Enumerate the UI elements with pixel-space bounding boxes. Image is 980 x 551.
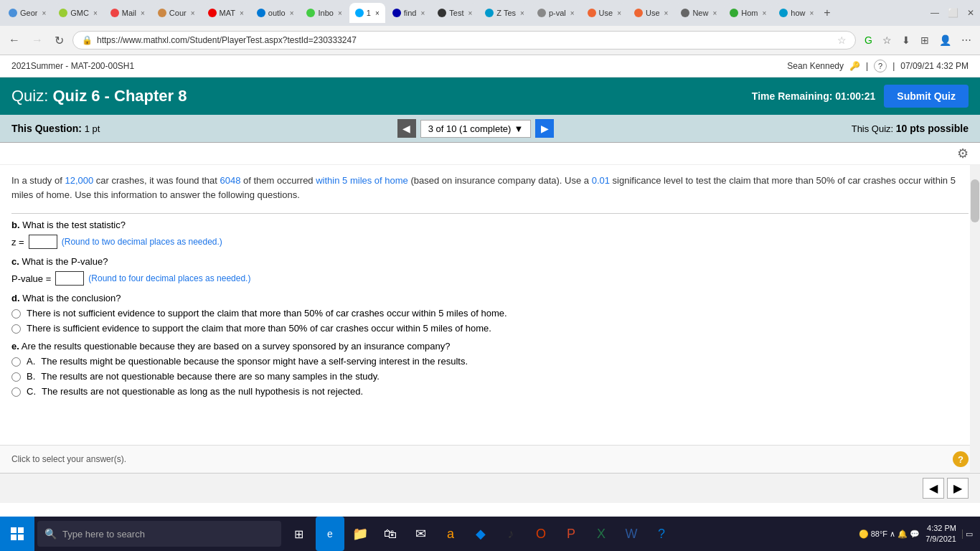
- close-button[interactable]: ✕: [964, 5, 977, 21]
- browser-chrome: Geor × GMC × Mail × Cour × MAT × outlo ×: [0, 0, 980, 55]
- user-name: Sean Kennedy: [787, 61, 844, 71]
- prev-question-button[interactable]: ◀: [397, 119, 416, 138]
- search-placeholder: Type here to search: [62, 529, 145, 540]
- taskbar-dropbox[interactable]: ◆: [466, 517, 495, 551]
- tab-test1[interactable]: Test ×: [432, 3, 478, 23]
- extensions-button[interactable]: G: [862, 32, 875, 49]
- taskbar-word[interactable]: W: [617, 517, 646, 551]
- reload-button[interactable]: ↻: [52, 31, 67, 50]
- option-d2[interactable]: There is sufficient evidence to support …: [11, 323, 969, 334]
- submit-quiz-button[interactable]: Submit Quiz: [884, 85, 969, 108]
- tab-mat[interactable]: MAT ×: [202, 3, 250, 23]
- next-question-button[interactable]: ▶: [535, 119, 554, 138]
- taskbar-amazon[interactable]: a: [436, 517, 465, 551]
- taskbar-search[interactable]: 🔍 Type here to search: [37, 521, 281, 547]
- favorites-button[interactable]: ☆: [880, 32, 895, 49]
- bottom-prev-button[interactable]: ◀: [923, 478, 944, 499]
- z-input[interactable]: [29, 235, 57, 249]
- tab-georg[interactable]: Geor ×: [3, 3, 52, 23]
- tab-gmc[interactable]: GMC ×: [53, 3, 103, 23]
- back-button[interactable]: ←: [6, 31, 23, 50]
- downloads-button[interactable]: ⬇: [899, 32, 913, 49]
- maximize-button[interactable]: ⬜: [945, 5, 961, 21]
- taskbar-powerpoint[interactable]: P: [557, 517, 585, 551]
- help-icon[interactable]: ?: [874, 60, 887, 72]
- minimize-button[interactable]: —: [928, 5, 942, 21]
- tray-icons[interactable]: 🟡 88°F ∧ 🔔 💬: [859, 529, 920, 539]
- radio-c[interactable]: [11, 387, 21, 397]
- this-quiz-pts: 10 pts possible: [896, 123, 969, 134]
- tab-use1[interactable]: Use ×: [582, 3, 627, 23]
- footer-text: Click to select your answer(s).: [11, 454, 126, 464]
- tab-inbo[interactable]: Inbo ×: [301, 3, 347, 23]
- option-c[interactable]: C. The results are not questionable as l…: [11, 386, 969, 397]
- pval-input[interactable]: [55, 271, 84, 286]
- taskbar-edge[interactable]: e: [316, 517, 344, 551]
- question-points-section: This Question: 1 pt: [11, 123, 100, 134]
- radio-d2[interactable]: [11, 324, 21, 334]
- tab-ztes[interactable]: Z Tes ×: [479, 3, 530, 23]
- quiz-right: Time Remaining: 01:00:21 Submit Quiz: [752, 85, 969, 108]
- option-d1-text: There is not sufficient evidence to supp…: [27, 308, 507, 319]
- part-c-label: c. What is the P-value?: [11, 256, 969, 267]
- part-e: e. Are the results questionable because …: [11, 341, 969, 397]
- radio-d1[interactable]: [11, 309, 21, 319]
- this-quiz-label: This Quiz:: [852, 123, 894, 134]
- profile-button[interactable]: 👤: [936, 32, 954, 49]
- tab-hom[interactable]: Hom ×: [724, 3, 772, 23]
- scrollbar-track[interactable]: [970, 165, 980, 472]
- help-circle-icon[interactable]: ?: [953, 451, 969, 467]
- taskbar-music[interactable]: ♪: [496, 517, 525, 551]
- option-c-text: The results are not questionable as long…: [42, 386, 363, 397]
- time-remaining: Time Remaining: 01:00:21: [752, 90, 875, 102]
- address-bar[interactable]: 🔒 https://www.mathxl.com/Student/PlayerT…: [72, 31, 856, 50]
- tab-pval[interactable]: p-val ×: [532, 3, 580, 23]
- tab-mail[interactable]: Mail ×: [105, 3, 151, 23]
- tab-new[interactable]: New ×: [675, 3, 722, 23]
- taskbar-time-value: 4:32 PM: [925, 523, 956, 534]
- show-desktop-button[interactable]: ▭: [962, 529, 973, 539]
- part-e-label: e. Are the results questionable because …: [11, 341, 969, 352]
- bottom-next-button[interactable]: ▶: [947, 478, 969, 499]
- taskbar-clock: 4:32 PM 7/9/2021: [925, 523, 956, 545]
- forward-button[interactable]: →: [29, 31, 46, 50]
- tab-cour[interactable]: Cour ×: [152, 3, 201, 23]
- dropdown-icon[interactable]: ▼: [514, 123, 523, 134]
- browser-controls: ← → ↻ 🔒 https://www.mathxl.com/Student/P…: [0, 26, 980, 55]
- radio-b[interactable]: [11, 372, 21, 382]
- taskbar-office[interactable]: O: [527, 517, 555, 551]
- tab-active[interactable]: 1 ×: [349, 3, 385, 23]
- new-tab-button[interactable]: +: [824, 6, 830, 19]
- option-a[interactable]: A. The results might be questionable bec…: [11, 356, 969, 367]
- option-d2-text: There is sufficient evidence to support …: [27, 323, 491, 334]
- pval-label: P-value =: [11, 273, 51, 284]
- course-label: 2021Summer - MAT-200-00SH1: [11, 61, 134, 71]
- collections-button[interactable]: ⊞: [918, 32, 932, 49]
- divider-1: [11, 213, 969, 214]
- option-b-label: B.: [27, 371, 35, 382]
- taskbar-task-view[interactable]: ⊞: [284, 517, 313, 551]
- progress-text: 3 of 10 (1 complete): [428, 123, 512, 134]
- content-area: In a study of 12,000 car crashes, it was…: [0, 165, 980, 445]
- tab-outlo[interactable]: outlo ×: [251, 3, 300, 23]
- tab-how[interactable]: how ×: [773, 3, 819, 23]
- taskbar: 🔍 Type here to search ⊞ e 📁 🛍 ✉ a ◆ ♪ O …: [0, 517, 980, 551]
- tab-use2[interactable]: Use ×: [628, 3, 674, 23]
- taskbar-store[interactable]: 🛍: [376, 517, 405, 551]
- taskbar-mail[interactable]: ✉: [406, 517, 435, 551]
- search-icon: 🔍: [44, 528, 57, 540]
- tab-find[interactable]: find ×: [387, 3, 431, 23]
- radio-a[interactable]: [11, 357, 21, 367]
- taskbar-help[interactable]: ?: [647, 517, 676, 551]
- option-d1[interactable]: There is not sufficient evidence to supp…: [11, 308, 969, 319]
- bookmark-icon[interactable]: ☆: [837, 34, 847, 46]
- svg-rect-0: [11, 527, 17, 533]
- z-label: z =: [11, 237, 24, 248]
- start-button[interactable]: [0, 517, 34, 551]
- scrollbar-thumb[interactable]: [971, 179, 979, 222]
- option-b[interactable]: B. The results are not questionable beca…: [11, 371, 969, 382]
- taskbar-explorer[interactable]: 📁: [346, 517, 374, 551]
- settings-icon[interactable]: ⚙: [957, 146, 969, 161]
- settings-menu-button[interactable]: ⋯: [958, 32, 974, 49]
- taskbar-excel[interactable]: X: [587, 517, 616, 551]
